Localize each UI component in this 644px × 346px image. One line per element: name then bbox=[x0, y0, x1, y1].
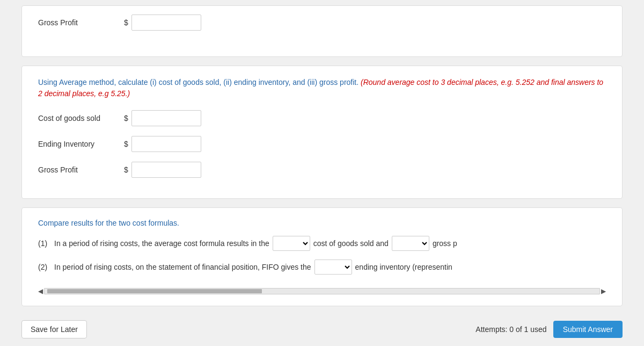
compare-row1-select2[interactable]: higher lower same bbox=[392, 236, 429, 251]
save-later-button[interactable]: Save for Later bbox=[21, 320, 87, 338]
compare-inner: (1) In a period of rising costs, the ave… bbox=[38, 236, 606, 275]
scroll-thumb bbox=[47, 289, 262, 293]
attempts-text: Attempts: 0 of 1 used bbox=[475, 325, 546, 334]
submit-answer-button[interactable]: Submit Answer bbox=[553, 321, 623, 338]
gross-profit-label: Gross Profit bbox=[38, 18, 124, 27]
compare-row2-select[interactable]: higher lower same bbox=[314, 260, 352, 275]
scroll-left-arrow[interactable]: ◀ bbox=[38, 287, 43, 295]
top-gross-profit-card: Gross Profit $ bbox=[21, 5, 623, 57]
avg-gross-profit-label: Gross Profit bbox=[38, 165, 124, 174]
compare-row2-text-before: In period of rising costs, on the statem… bbox=[54, 263, 311, 271]
compare-card: Compare results for the two cost formula… bbox=[21, 207, 623, 306]
compare-row1-text-after: gross p bbox=[433, 239, 457, 248]
cogs-dollar: $ bbox=[124, 114, 128, 122]
instruction-blue-text: Using Average method, calculate (i) cost… bbox=[38, 78, 358, 86]
compare-scroll-wrapper: (1) In a period of rising costs, the ave… bbox=[38, 236, 606, 283]
avg-gross-profit-row: Gross Profit $ bbox=[38, 162, 606, 178]
compare-row1-number: (1) bbox=[38, 239, 54, 248]
ending-inventory-label: Ending Inventory bbox=[38, 140, 124, 148]
compare-title: Compare results for the two cost formula… bbox=[38, 219, 606, 227]
scroll-right-arrow[interactable]: ▶ bbox=[601, 287, 606, 295]
compare-row1-text-middle: cost of goods sold and bbox=[313, 239, 389, 248]
dollar-sign: $ bbox=[124, 18, 128, 27]
compare-row1-text-before: In a period of rising costs, the average… bbox=[54, 239, 269, 248]
ending-inventory-row: Ending Inventory $ bbox=[38, 136, 606, 152]
gross-profit-row: Gross Profit $ bbox=[38, 15, 606, 31]
footer-right: Attempts: 0 of 1 used Submit Answer bbox=[475, 321, 623, 338]
average-method-card: Using Average method, calculate (i) cost… bbox=[21, 66, 623, 199]
cost-of-goods-row: Cost of goods sold $ bbox=[38, 110, 606, 126]
horizontal-scrollbar[interactable]: ◀ ▶ bbox=[38, 287, 606, 295]
cost-of-goods-label: Cost of goods sold bbox=[38, 114, 124, 122]
avg-gross-profit-input[interactable] bbox=[131, 162, 201, 178]
gp-dollar: $ bbox=[124, 165, 128, 174]
instruction-text: Using Average method, calculate (i) cost… bbox=[38, 77, 606, 99]
compare-row2-text-after: ending inventory (representin bbox=[355, 263, 452, 271]
ending-inventory-input[interactable] bbox=[131, 136, 201, 152]
compare-row1-select1[interactable]: higher lower same bbox=[273, 236, 310, 251]
scroll-track[interactable] bbox=[44, 288, 600, 294]
compare-row-2: (2) In period of rising costs, on the st… bbox=[38, 260, 606, 275]
compare-row2-number: (2) bbox=[38, 263, 54, 271]
ei-dollar: $ bbox=[124, 140, 128, 148]
compare-row-1: (1) In a period of rising costs, the ave… bbox=[38, 236, 606, 251]
cost-of-goods-input[interactable] bbox=[131, 110, 201, 126]
footer-bar: Save for Later Attempts: 0 of 1 used Sub… bbox=[21, 315, 623, 344]
gross-profit-input[interactable] bbox=[131, 15, 201, 31]
